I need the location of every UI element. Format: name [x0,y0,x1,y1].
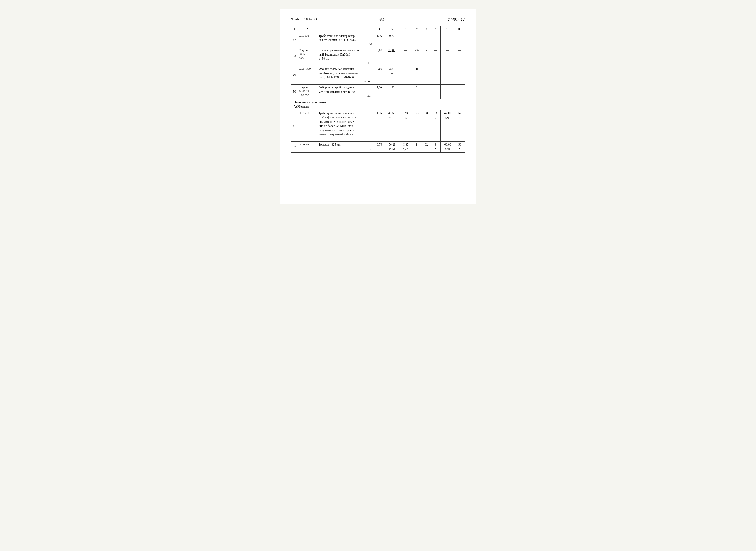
table-row: 49СI59-I350Фланцы стальные ответныед=50м… [291,66,465,84]
row-col11: —– [455,33,465,47]
row-col5: 3,83– [385,66,399,84]
col-header-2: 2 [297,26,317,33]
row-col7: 55 [412,110,422,142]
row-desc: Клапан прямоточный сильфон-ный фланцевый… [317,47,374,66]
header-right: 24401- 12 [448,17,465,22]
row-num: 49 [291,66,297,84]
main-table: I 2 3 4 5 6 7 8 9 10 II ° 47СПЗ-I38Труба… [291,26,465,153]
row-num: 48 [291,47,297,66]
page: 902-I-I64.90 Ал.IO -91- 24401- 12 I 2 3 … [280,9,476,204]
row-col6: —– [399,84,412,99]
row-col10: —– [441,84,455,99]
row-num: 5I [291,110,297,142]
row-col7: 237 [412,47,422,66]
row-col8: 32 [422,142,431,153]
row-col11: —– [455,84,465,99]
row-col5: 0,72– [385,33,399,47]
header-left: 902-I-I64.90 Ал.IO [291,17,317,21]
row-col11: 507 [455,142,465,153]
row-col7: II [412,66,422,84]
col-header-8: 8 [422,26,431,33]
header-center: -91- [379,17,386,22]
row-col9: —– [431,84,441,99]
table-row: 5IШI2-2-IOТрубопроводы из стальныхтруб с… [291,110,465,142]
row-num: 52 [291,142,297,153]
row-desc: Фланцы стальные ответныед=50мм на условн… [317,66,374,84]
col-header-5: 5 [385,26,399,33]
row-col10: 63,008,29 [441,142,455,153]
row-col4: 3,00 [374,66,385,84]
row-col7: 44 [412,142,422,153]
row-col4: 3,00 [374,47,385,66]
row-col9: —– [431,66,441,84]
row-num: 47 [291,33,297,47]
row-col10: —– [441,66,455,84]
row-col7: 2 [412,84,422,99]
row-code: ШI2-2-9 [297,142,317,153]
col-header-10: 10 [441,26,455,33]
table-row: 50С пр-нт24-18-29п.06-053Отборное устрой… [291,84,465,99]
row-desc: То же, д= 325 ммТ [317,142,374,153]
row-col9: I37 [431,110,441,142]
row-code: ШI2-2-IO [297,110,317,142]
row-col8: – [422,47,431,66]
row-code: С пр-нт23-07доп. [297,47,317,66]
col-header-3: 3 [317,26,374,33]
row-col11: —– [455,47,465,66]
table-row: 52ШI2-2-9То же, д= 325 ммТ0,7956,2I40,92… [291,142,465,153]
row-col6: II,876,43 [399,142,412,153]
row-col4: I,56 [374,33,385,47]
col-header-7: 7 [412,26,422,33]
table-row: 47СПЗ-I38Труба стальная электросвар-ная … [291,33,465,47]
col-header-11: II ° [455,26,465,33]
row-col10: —– [441,33,455,47]
row-col10: —– [441,47,455,66]
row-col4: I,35 [374,110,385,142]
row-col11: —– [455,66,465,84]
row-col8: 38 [422,110,431,142]
row-col9: —– [431,33,441,47]
row-col5: 1,92– [385,84,399,99]
col-header-9: 9 [431,26,441,33]
row-code: С пр-нт24-18-29п.06-053 [297,84,317,99]
row-col5: 56,2I40,92 [385,142,399,153]
row-col7: I [412,33,422,47]
row-desc: Отборное устройство для из-мерения давле… [317,84,374,99]
row-col4: I,00 [374,84,385,99]
page-header: 902-I-I64.90 Ал.IO -91- 24401- 12 [291,17,465,22]
section-label: Напорный трубопроводА) Монтаж [291,99,465,110]
row-col8: – [422,66,431,84]
col-header-1: I [291,26,297,33]
row-col9: —– [431,47,441,66]
row-col8: – [422,84,431,99]
row-col10: 42,006,90 [441,110,455,142]
table-row: 48С пр-нт23-07доп.Клапан прямоточный сил… [291,47,465,66]
row-desc: Трубопроводы из стальныхтруб с фланцами … [317,110,374,142]
row-code: СПЗ-I38 [297,33,317,47]
row-num: 50 [291,84,297,99]
row-col4: 0,79 [374,142,385,153]
row-code: СI59-I350 [297,66,317,84]
row-col9: 95 [431,142,441,153]
row-desc: Труба стальная электросвар-ная д=57х3мм … [317,33,374,47]
col-header-6: 6 [399,26,412,33]
col-header-4: 4 [374,26,385,33]
row-col6: —– [399,33,412,47]
row-col11: 579 [455,110,465,142]
row-col8: – [422,33,431,47]
row-col5: 40,5928,16 [385,110,399,142]
row-col6: 9,945,35 [399,110,412,142]
row-col5: 79,06– [385,47,399,66]
row-col6: —– [399,66,412,84]
row-col6: —– [399,47,412,66]
